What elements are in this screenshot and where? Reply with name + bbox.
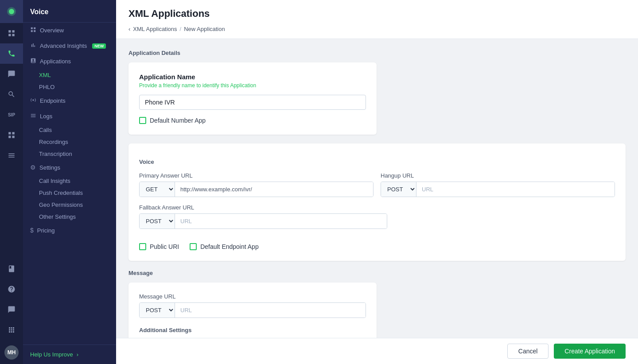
breadcrumb: ‹ XML Applications / New Application [128, 26, 626, 39]
public-uri-checkbox[interactable] [139, 243, 146, 250]
icon-sidebar-bottom: MH [0, 259, 23, 364]
help-improve-link[interactable]: Help Us Improve › [30, 351, 109, 358]
app-name-title: Application Name [139, 73, 366, 81]
settings-label: Settings [39, 164, 60, 171]
sidebar-icon-chat[interactable] [0, 64, 23, 84]
sidebar-icon-sip[interactable]: SIP [0, 105, 23, 125]
nav-sidebar-title: Voice [23, 0, 116, 23]
message-url-input[interactable] [175, 303, 366, 318]
default-number-app-row: Default Number App [139, 117, 366, 124]
svg-rect-7 [34, 27, 35, 29]
sidebar-subitem-calls[interactable]: Calls [23, 124, 116, 136]
primary-hangup-row: Primary Answer URL GET POST Hangup URL P… [139, 172, 615, 197]
sidebar-item-overview[interactable]: Overview [23, 23, 116, 38]
overview-icon [30, 27, 36, 34]
svg-rect-2 [8, 30, 11, 32]
svg-point-10 [32, 99, 34, 101]
primary-url-input-row: GET POST [139, 182, 373, 197]
sidebar-subitem-other-settings[interactable]: Other Settings [23, 211, 116, 223]
hangup-url-input[interactable] [416, 182, 615, 197]
endpoints-icon [30, 97, 36, 105]
default-endpoint-app-row: Default Endpoint App [190, 243, 259, 250]
sidebar-icon-help[interactable] [0, 279, 23, 299]
sidebar-item-settings[interactable]: ⚙ Settings [23, 160, 116, 175]
fallback-url-method-select[interactable]: POST GET [140, 214, 175, 228]
app-logo[interactable] [0, 0, 23, 23]
advanced-insights-label: Advanced Insights [40, 43, 87, 49]
sidebar-icon-list[interactable] [0, 145, 23, 166]
fallback-url-input[interactable] [175, 214, 387, 228]
create-application-button[interactable]: Create Application [554, 344, 626, 359]
endpoints-label: Endpoints [40, 97, 66, 104]
sidebar-item-advanced-insights[interactable]: Advanced Insights NEW [23, 38, 116, 54]
default-endpoint-app-checkbox[interactable] [190, 243, 197, 250]
default-number-app-label: Default Number App [150, 117, 206, 124]
section-application-details: Application Details [128, 50, 626, 56]
hangup-url-method-select[interactable]: POST GET [381, 182, 416, 197]
public-uri-row: Public URI [139, 243, 179, 250]
sidebar-item-logs[interactable]: Logs [23, 108, 116, 124]
sidebar-subitem-recordings[interactable]: Recordings [23, 136, 116, 148]
sidebar-icon-dashboard[interactable] [0, 23, 23, 43]
primary-url-input[interactable] [175, 182, 373, 197]
user-avatar[interactable]: MH [4, 345, 19, 360]
voice-options-row: Public URI Default Endpoint App [139, 236, 615, 250]
nav-sidebar-footer: Help Us Improve › [23, 345, 116, 364]
sidebar-subitem-transcription[interactable]: Transcription [23, 148, 116, 160]
footer-bar: Cancel Create Application [116, 338, 638, 364]
help-improve-label: Help Us Improve [30, 351, 73, 358]
sidebar-subitem-push-credentials[interactable]: Push Credentials [23, 187, 116, 199]
sidebar-item-pricing[interactable]: $ Pricing [23, 223, 116, 238]
nav-sidebar: Voice Overview Advanced Insights NEW App… [23, 0, 116, 364]
hangup-url-input-row: POST GET [381, 182, 615, 197]
icon-sidebar: SIP MH [0, 0, 23, 364]
svg-rect-8 [31, 30, 33, 32]
breadcrumb-back-icon: ‹ [128, 26, 130, 32]
svg-rect-3 [12, 30, 15, 32]
sidebar-item-endpoints[interactable]: Endpoints [23, 93, 116, 108]
voice-section-label: Voice [139, 159, 615, 165]
app-name-input[interactable] [139, 95, 366, 110]
fallback-url-label: Fallback Answer URL [139, 204, 387, 211]
message-url-input-row: POST GET [139, 302, 366, 318]
sidebar-subitem-xml[interactable]: XML [23, 69, 116, 81]
svg-rect-4 [8, 34, 11, 36]
svg-rect-5 [12, 34, 15, 36]
primary-url-label: Primary Answer URL [139, 172, 373, 179]
settings-icon: ⚙ [30, 164, 36, 171]
sidebar-icon-phone[interactable] [0, 43, 23, 64]
application-name-card: Application Name Provide a friendly name… [128, 62, 377, 135]
page-header: XML Applications ‹ XML Applications / Ne… [116, 0, 638, 39]
page-body: Application Details Application Name Pro… [116, 39, 638, 364]
overview-label: Overview [40, 27, 64, 34]
svg-rect-9 [34, 30, 35, 32]
breadcrumb-current: New Application [184, 26, 225, 32]
svg-rect-6 [31, 27, 33, 29]
section-message-label: Message [128, 270, 626, 276]
pricing-icon: $ [30, 227, 34, 234]
sidebar-icon-book[interactable] [0, 259, 23, 279]
sidebar-icon-grid[interactable] [0, 125, 23, 145]
sidebar-icon-apps[interactable] [0, 320, 23, 340]
default-number-app-checkbox[interactable] [139, 117, 146, 124]
breadcrumb-parent[interactable]: XML Applications [133, 26, 177, 32]
public-uri-label: Public URI [150, 243, 179, 250]
page-title: XML Applications [128, 8, 626, 19]
sidebar-icon-support[interactable] [0, 299, 23, 320]
voice-card: Voice Primary Answer URL GET POST Hangup… [128, 143, 626, 261]
sidebar-icon-search[interactable] [0, 84, 23, 105]
sidebar-subitem-phlo[interactable]: PHLO [23, 81, 116, 93]
sidebar-item-applications[interactable]: Applications [23, 54, 116, 69]
primary-url-method-select[interactable]: GET POST [140, 182, 175, 197]
logs-icon [30, 112, 36, 120]
help-improve-arrow: › [77, 351, 78, 358]
message-url-label: Message URL [139, 293, 366, 300]
message-url-method-select[interactable]: POST GET [140, 303, 175, 318]
applications-label: Applications [40, 58, 71, 65]
primary-answer-url-group: Primary Answer URL GET POST [139, 172, 373, 197]
cancel-button[interactable]: Cancel [507, 344, 549, 359]
sidebar-subitem-call-insights[interactable]: Call Insights [23, 175, 116, 187]
sidebar-subitem-geo-permissions[interactable]: Geo Permissions [23, 199, 116, 211]
hangup-url-group: Hangup URL POST GET [381, 172, 615, 197]
additional-settings-label: Additional Settings [139, 327, 366, 333]
